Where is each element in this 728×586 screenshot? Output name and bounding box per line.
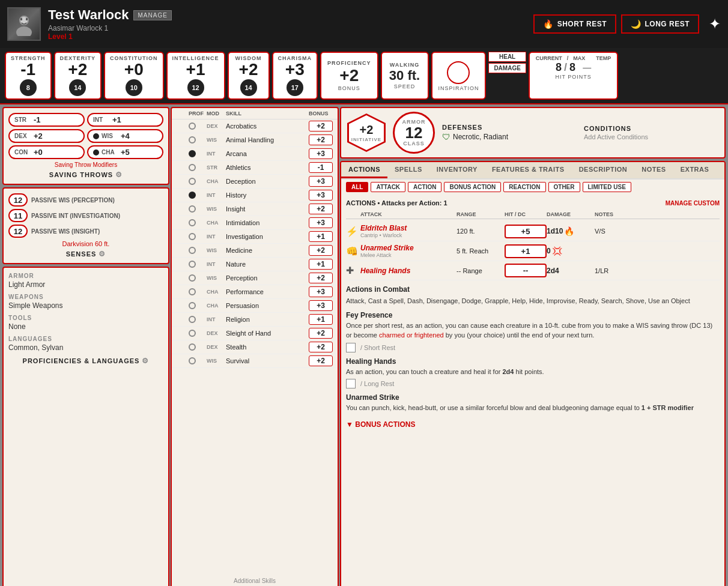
skill-bonus: +3 <box>309 190 333 201</box>
unarmed-strike-desc: You can punch, kick, head-butt, or use a… <box>346 403 720 413</box>
senses-gear-icon[interactable]: ⚙ <box>99 250 106 258</box>
action-tab-description[interactable]: DESCRIPTION <box>572 162 635 178</box>
damage-badge: 2d4 <box>547 267 595 275</box>
skill-name: Animal Handling <box>226 136 309 143</box>
skill-prof-dot <box>189 316 196 323</box>
skill-row: INT Investigation +1 <box>172 230 338 244</box>
combat-row: +2 INITIATIVE ARMOR 12 CLASS DEFENSES 🛡 … <box>340 107 726 159</box>
speed-label: SPEED <box>394 83 416 89</box>
skill-prof-dot <box>189 150 196 157</box>
passive-perception-num: 12 <box>8 193 28 207</box>
skill-name: Nature <box>226 261 309 268</box>
senses-card: 12 PASSIVE WIS (PERCEPTION) 11 PASSIVE I… <box>2 187 169 264</box>
filter-all[interactable]: ALL <box>346 182 368 192</box>
stat-dex-mod: +2 <box>68 61 87 78</box>
armor-label: ARMOR <box>8 273 163 279</box>
inspiration-box[interactable]: INSPIRATION <box>431 52 487 100</box>
actions-content: ACTIONS • Attacks per Action: 1 MANAGE C… <box>341 195 724 586</box>
damage-button[interactable]: DAMAGE <box>488 63 526 73</box>
action-tab-notes[interactable]: NOTES <box>634 162 673 178</box>
manage-custom-button[interactable]: MANAGE CUSTOM <box>666 200 720 207</box>
skill-prof-dot <box>189 122 196 130</box>
hp-current: 8 <box>556 61 562 74</box>
attack-icon: ⚡ <box>346 226 360 237</box>
svg-rect-4 <box>26 18 28 20</box>
healing-hands-rest: / Long Rest <box>346 379 720 388</box>
inspiration-circle[interactable] <box>447 61 470 84</box>
skill-name: Insight <box>226 205 309 213</box>
damage-value: 0 <box>547 247 551 255</box>
attack-rows: ⚡ Eldritch Blast Cantrip • Warlock 120 f… <box>346 222 720 280</box>
skill-bonus: +2 <box>309 204 333 214</box>
stat-cha-mod: +3 <box>285 61 305 78</box>
skill-row: WIS Animal Handling +2 <box>172 133 338 147</box>
save-int: INT +1 <box>87 113 163 127</box>
main-area: STR -1 INT +1 DEX +2 WIS +4 <box>0 104 728 586</box>
skill-row: INT Arcana +3 <box>172 147 338 161</box>
svg-point-1 <box>16 26 32 36</box>
skill-prof-dot <box>189 330 196 337</box>
skill-prof-dot <box>189 302 196 309</box>
short-rest-button[interactable]: 🔥 SHORT REST <box>533 14 616 34</box>
skill-name: Performance <box>226 288 309 295</box>
skill-bonus: +2 <box>309 273 333 283</box>
initiative-value: +2 <box>360 123 374 137</box>
healing-hands-checkbox[interactable] <box>346 379 356 388</box>
action-tab-spells[interactable]: SPELLS <box>387 162 429 178</box>
damage-icon: 🔥 <box>564 226 574 236</box>
skill-row: WIS Perception +2 <box>172 271 338 285</box>
stat-dex-score: 14 <box>69 79 86 96</box>
passive-investigation-label: PASSIVE INT (INVESTIGATION) <box>31 213 120 219</box>
damage-value: 2d4 <box>547 267 559 275</box>
stat-con-mod: +0 <box>124 61 144 78</box>
weapons-label: WEAPONS <box>8 294 163 300</box>
action-tab-features-&-traits[interactable]: FEATURES & TRAITS <box>485 162 572 178</box>
damage-icon: 💢 <box>552 246 562 256</box>
fey-presence-title: Fey Presence <box>346 311 720 319</box>
save-wis-dot <box>93 133 99 139</box>
filter-bonus-action[interactable]: BONUS ACTION <box>444 182 501 192</box>
filter-attack[interactable]: ATTACK <box>371 182 405 192</box>
attack-notes: 1/LR <box>595 267 631 274</box>
skill-row: WIS Survival +2 <box>172 354 338 368</box>
heal-button[interactable]: HEAL <box>488 52 526 62</box>
add-conditions[interactable]: Add Active Conditions <box>584 133 718 140</box>
combat-actions-header: Actions in Combat <box>346 285 720 294</box>
stat-intelligence: INTELLIGENCE +1 12 <box>166 52 225 100</box>
action-tab-inventory[interactable]: INVENTORY <box>429 162 485 178</box>
defense-item: 🛡 Necrotic, Radiant <box>442 132 577 142</box>
attack-icon: ✚ <box>346 265 360 276</box>
skill-ability: CHA <box>207 178 226 184</box>
attack-name[interactable]: Unarmed Strike <box>360 244 457 252</box>
filter-reaction[interactable]: REACTION <box>503 182 545 192</box>
long-rest-button[interactable]: 🌙 LONG REST <box>621 14 699 34</box>
skill-row: CHA Intimidation +3 <box>172 216 338 230</box>
armor-value: 12 <box>405 125 423 140</box>
action-tab-actions[interactable]: ACTIONS <box>341 162 387 178</box>
skill-row: DEX Acrobatics +2 <box>172 119 338 133</box>
skill-row: CHA Deception +3 <box>172 175 338 189</box>
attack-range: 5 ft. Reach <box>457 247 505 255</box>
proflangs-gear-icon[interactable]: ⚙ <box>142 357 149 365</box>
saves-gear-icon[interactable]: ⚙ <box>115 171 123 179</box>
fey-presence-checkbox[interactable] <box>346 343 356 352</box>
save-con: CON +0 <box>8 145 85 159</box>
attack-name[interactable]: Healing Hands <box>360 267 457 275</box>
manage-button[interactable]: MANAGE <box>133 10 171 20</box>
filter-limited-use[interactable]: LIMITED USE <box>583 182 631 192</box>
attack-range: 120 ft. <box>457 228 505 235</box>
hp-buttons: HEAL DAMAGE <box>488 52 526 100</box>
skill-row: CHA Performance +3 <box>172 285 338 299</box>
stat-strength-score: 8 <box>20 79 37 96</box>
defenses-title: DEFENSES <box>442 124 577 131</box>
skill-bonus: +1 <box>309 231 333 242</box>
flame-icon: 🔥 <box>543 19 554 29</box>
filter-action[interactable]: ACTION <box>408 182 441 192</box>
skill-bonus: +3 <box>309 176 333 187</box>
skill-name: Religion <box>226 316 309 323</box>
filter-other[interactable]: OTHER <box>548 182 580 192</box>
attack-name[interactable]: Eldritch Blast <box>360 224 457 232</box>
char-name-row: Test Warlock MANAGE <box>48 7 526 23</box>
action-tab-extras[interactable]: EXTRAS <box>673 162 717 178</box>
proflangs-card: ARMOR Light Armor WEAPONS Simple Weapons… <box>2 267 169 586</box>
